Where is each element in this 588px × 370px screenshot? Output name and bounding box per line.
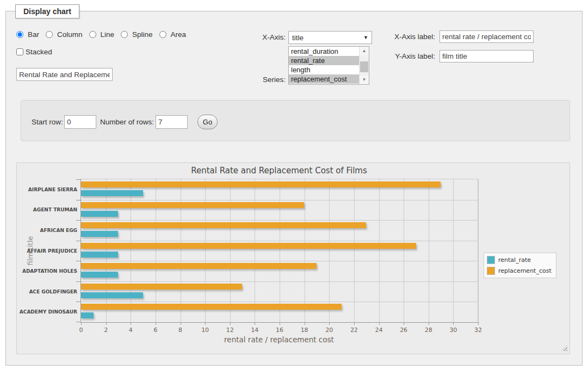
series-scrollbar[interactable]: ▲ ▼ — [359, 47, 369, 84]
legend-swatch — [487, 256, 495, 264]
stacked-checkbox[interactable] — [16, 48, 23, 55]
gridline — [81, 261, 478, 261]
x-axis-tick — [230, 322, 231, 325]
bar-replacement_cost — [81, 243, 416, 249]
series-option[interactable]: replacement_cost — [289, 74, 369, 84]
gridline — [81, 200, 478, 200]
x-axis-tick — [329, 322, 330, 325]
bar-rental_rate — [81, 231, 118, 237]
number-of-rows-input[interactable] — [156, 115, 188, 129]
radio-bar-label[interactable]: Bar — [28, 30, 39, 39]
x-axis-tick — [255, 322, 255, 325]
bar-rental_rate — [81, 292, 143, 298]
scroll-down-icon[interactable]: ▼ — [360, 76, 369, 84]
gridline — [255, 179, 255, 322]
series-option[interactable]: rental_rate — [289, 56, 369, 65]
x-axis-tick-label: 26 — [393, 327, 414, 334]
series-options: rental_durationrental_ratelengthreplacem… — [289, 47, 369, 84]
x-axis-tick — [379, 322, 380, 325]
y-category-label: AGENT TRUMAN — [17, 207, 77, 212]
x-axis-tick-label: 0 — [70, 327, 92, 334]
x-axis-tick-label: 18 — [294, 327, 315, 334]
x-axis-tick — [156, 322, 156, 325]
series-option[interactable]: rental_duration — [289, 47, 369, 56]
radio-column[interactable] — [46, 31, 53, 38]
page: Display chart Bar Column Line Spline Are… — [0, 0, 588, 370]
x-axis-tick — [131, 322, 131, 325]
x-axis-tick-label: 22 — [343, 327, 365, 334]
y-axis-tick — [76, 241, 81, 241]
radio-spline-label[interactable]: Spline — [132, 30, 153, 39]
x-axis-select-label: X-Axis: — [239, 33, 286, 41]
gridline — [81, 281, 478, 282]
legend-item: replacement_cost — [487, 267, 552, 275]
stacked-row: Stacked — [16, 48, 52, 56]
y-category-label: AIRPLANE SIERRA — [17, 187, 77, 192]
scrollbar-thumb[interactable] — [360, 61, 368, 72]
gridline — [181, 179, 181, 322]
bar-replacement_cost — [81, 304, 342, 310]
bar-replacement_cost — [81, 202, 304, 208]
gridline — [379, 179, 380, 322]
gridline — [81, 302, 478, 302]
x-axis-tick — [453, 322, 454, 325]
chart-title-input[interactable] — [16, 68, 113, 81]
bar-rental_rate — [81, 252, 118, 258]
bar-rental_rate — [81, 312, 94, 318]
radio-spline[interactable] — [121, 31, 128, 38]
x-axis-tick — [404, 322, 404, 325]
y-axis-label-input[interactable] — [440, 50, 534, 62]
y-category-label: ADAPTATION HOLES — [17, 268, 77, 274]
bar-rental_rate — [81, 190, 143, 196]
legend-label: rental_rate — [498, 256, 531, 264]
chevron-down-icon: ▼ — [363, 35, 368, 40]
x-axis-tick — [280, 322, 280, 325]
scroll-up-icon[interactable]: ▲ — [360, 47, 369, 55]
x-axis-tick-label: 32 — [467, 327, 489, 334]
resize-handle-icon[interactable] — [561, 345, 567, 351]
gridline — [230, 179, 231, 322]
chart-title: Rental Rate and Replacement Cost of Film… — [81, 166, 478, 175]
stacked-label[interactable]: Stacked — [26, 48, 52, 56]
series-option[interactable]: length — [289, 65, 369, 74]
bar-replacement_cost — [81, 263, 317, 269]
gridline — [156, 179, 156, 322]
radio-line-label[interactable]: Line — [101, 30, 115, 39]
x-axis-label-input[interactable] — [440, 30, 534, 43]
x-axis-tick-label: 24 — [368, 327, 390, 334]
y-category-label: ACE GOLDFINGER — [17, 289, 77, 294]
x-axis-tick-label: 30 — [442, 327, 464, 334]
x-axis-tick-label: 16 — [269, 327, 290, 334]
series-listbox[interactable]: rental_durationrental_ratelengthreplacem… — [288, 46, 369, 85]
x-axis-tick — [205, 322, 206, 325]
x-axis-tick-label: 10 — [194, 327, 216, 334]
x-axis-tick — [106, 322, 107, 325]
gridline — [106, 179, 107, 322]
x-axis-tick — [354, 322, 355, 325]
radio-line[interactable] — [89, 31, 96, 38]
x-axis-tick-label: 20 — [318, 327, 340, 334]
y-category-label: AFFAIR PREJUDICE — [17, 248, 77, 254]
x-axis-tick — [478, 322, 479, 325]
chart-container: Rental Rate and Replacement Cost of Film… — [16, 162, 570, 354]
gridline — [429, 179, 429, 322]
radio-bar[interactable] — [16, 31, 23, 38]
radio-column-label[interactable]: Column — [57, 30, 83, 39]
y-axis-tick — [76, 281, 81, 282]
y-axis-tick — [76, 322, 81, 322]
radio-area[interactable] — [159, 31, 166, 38]
chart-legend: rental_ratereplacement_cost — [484, 253, 556, 278]
bar-rental_rate — [81, 211, 118, 217]
gridline — [280, 179, 280, 322]
legend-item: rental_rate — [487, 256, 552, 264]
go-button[interactable]: Go — [197, 115, 218, 129]
radio-area-label[interactable]: Area — [171, 30, 187, 39]
gridline — [81, 220, 478, 221]
x-axis-select[interactable]: title ▼ — [288, 31, 372, 44]
x-axis-selected-value: title — [292, 34, 304, 42]
y-category-label: ACADEMY DINOSAUR — [17, 309, 77, 315]
start-row-input[interactable] — [64, 115, 96, 129]
series-listbox-label: Series: — [239, 76, 286, 84]
chart-type-radio-group: Bar Column Line Spline Area — [16, 30, 190, 39]
chart-plot-area: 02468101214161820222426283032AIRPLANE SI… — [81, 179, 479, 323]
